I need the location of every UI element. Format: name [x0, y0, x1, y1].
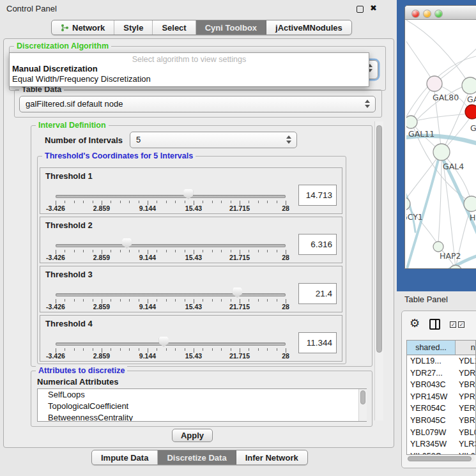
bottom-tab-impute-data[interactable]: Impute Data — [92, 450, 158, 464]
network-canvas[interactable]: GAL80GAGGAL11GAL4GCY1HHAP2 — [406, 20, 476, 269]
panel-scrollbar-thumb[interactable] — [376, 125, 382, 353]
network-node[interactable] — [465, 105, 476, 119]
control-panel-title: Control Panel — [6, 4, 57, 13]
network-node[interactable] — [433, 144, 450, 160]
bottom-tab-label: Infer Network — [245, 453, 298, 463]
threshold-value-field[interactable]: 14.713 — [298, 185, 337, 206]
tick-mark — [157, 250, 157, 252]
numerical-attributes-list[interactable]: SelfLoopsTopologicalCoefficientBetweenne… — [37, 388, 367, 422]
tab-select[interactable]: Select — [153, 20, 196, 35]
tick-mark — [212, 201, 213, 203]
tick-mark — [212, 299, 213, 302]
number-of-intervals-label: Number of Intervals — [45, 135, 123, 145]
table-row[interactable]: YPR145WYPR1... — [407, 391, 476, 403]
tab-style[interactable]: Style — [114, 20, 153, 35]
network-node[interactable] — [462, 77, 476, 94]
mac-zoom-icon[interactable] — [435, 10, 442, 17]
mac-minimize-icon[interactable] — [424, 10, 431, 17]
tick-mark — [65, 348, 65, 351]
tick-mark — [277, 299, 277, 302]
table-cell: YBR043C — [407, 379, 446, 391]
select-all-checkbox-icon[interactable]: ✓ — [450, 321, 456, 328]
threshold-slider-track[interactable] — [56, 244, 286, 247]
algorithm-placeholder: Select algorithm to view settings — [10, 53, 369, 64]
network-edge — [411, 113, 472, 122]
network-node[interactable] — [406, 197, 410, 210]
apply-button[interactable]: Apply — [172, 429, 213, 442]
tick-mark — [93, 201, 93, 203]
table-column-header[interactable]: name — [456, 341, 476, 355]
float-panel-icon[interactable] — [357, 6, 364, 13]
tick-mark — [249, 201, 249, 203]
table-row[interactable]: YER054CYER0... — [407, 403, 476, 415]
network-node[interactable] — [427, 76, 442, 91]
tick-mark — [212, 250, 213, 252]
algorithm-option-equal-width[interactable]: Equal Width/Frequency Discretization — [10, 74, 369, 84]
network-node[interactable] — [449, 265, 462, 269]
tick-mark — [120, 250, 121, 252]
table-horizontal-scrollbar[interactable] — [407, 456, 475, 462]
tab-network[interactable]: Network — [52, 20, 114, 35]
tick-label: 28 — [282, 303, 289, 311]
gear-icon[interactable]: ⚙ — [410, 316, 420, 330]
tick-mark — [120, 299, 121, 302]
attributes-list-scrollbar[interactable] — [358, 389, 367, 421]
threshold-value-field[interactable]: 6.316 — [298, 234, 337, 255]
attributes-scrollbar-thumb[interactable] — [360, 390, 365, 404]
table-cell: YBR0... — [456, 415, 476, 427]
tick-label: 28 — [282, 204, 289, 212]
tick-label: 2.859 — [93, 204, 110, 212]
table-cell: YPR145W — [407, 391, 447, 403]
panel-scrollbar[interactable] — [374, 121, 383, 420]
algorithm-option-manual[interactable]: Manual Discretization — [10, 64, 369, 74]
threshold-value-field[interactable]: 11.344 — [298, 332, 337, 353]
tick-mark — [221, 250, 222, 252]
attribute-list-item[interactable]: SelfLoops — [38, 389, 366, 401]
tab-cyni-toolbox[interactable]: Cyni Toolbox — [196, 20, 266, 35]
tab-jactivemnodules[interactable]: jActiveMNodules — [266, 20, 351, 35]
select-none-checkbox-icon[interactable]: ✓ — [458, 321, 464, 328]
table-column-header[interactable]: shared... — [407, 341, 456, 355]
mac-close-icon[interactable] — [412, 10, 419, 17]
tick-mark — [258, 299, 259, 302]
threshold-slider-track[interactable] — [56, 342, 286, 346]
attribute-list-item[interactable]: BetweennessCentrality — [38, 412, 366, 422]
table-row[interactable]: YBR043CYBR0... — [407, 379, 476, 391]
tick-label: 28 — [282, 254, 289, 261]
tick-mark — [231, 299, 231, 302]
network-node[interactable] — [406, 116, 417, 128]
tick-mark — [221, 348, 222, 351]
bottom-tab-infer-network[interactable]: Infer Network — [236, 450, 307, 464]
close-icon[interactable]: ✖ — [370, 3, 377, 13]
tick-mark — [157, 299, 157, 302]
bottom-tab-discretize-data[interactable]: Discretize Data — [158, 450, 236, 464]
column-layout-icon[interactable] — [429, 319, 440, 330]
table-row[interactable]: YLR345WYLR3... — [407, 438, 476, 450]
bottom-tab-label: Discretize Data — [167, 453, 226, 463]
network-window-titlebar[interactable] — [405, 6, 476, 20]
threshold-slider-track[interactable] — [56, 293, 286, 296]
tick-label: 28 — [282, 352, 289, 360]
tick-mark — [203, 201, 203, 203]
table-row[interactable]: YBR045CYBR0... — [407, 415, 476, 427]
tick-mark — [249, 348, 249, 351]
table-row[interactable]: YDR27...YDR2... — [407, 367, 476, 380]
threshold-slider-track[interactable] — [56, 195, 286, 198]
tick-label: 21.715 — [229, 204, 250, 212]
table-scrollbar-thumb[interactable] — [408, 456, 472, 461]
table-data-combobox[interactable]: galFiltered.sif default node — [19, 96, 376, 112]
table-row[interactable]: YBL079WYBL0... — [407, 427, 476, 439]
table-row[interactable]: YIL052CYIL0... — [407, 450, 476, 454]
network-node-label: G — [470, 123, 476, 133]
tick-mark — [83, 201, 84, 203]
tick-mark — [111, 299, 111, 302]
network-node[interactable] — [464, 196, 476, 211]
threshold-label: Threshold 1 — [45, 171, 93, 181]
table-row[interactable]: YDL19...YDL1... — [407, 355, 476, 367]
threshold-value-field[interactable]: 21.4 — [298, 283, 337, 304]
attribute-list-item[interactable]: TopologicalCoefficient — [38, 401, 366, 412]
tick-mark — [120, 201, 121, 203]
threshold-label: Threshold 4 — [45, 319, 93, 328]
network-node[interactable] — [433, 242, 443, 252]
number-of-intervals-combobox[interactable]: 5 — [130, 132, 297, 148]
